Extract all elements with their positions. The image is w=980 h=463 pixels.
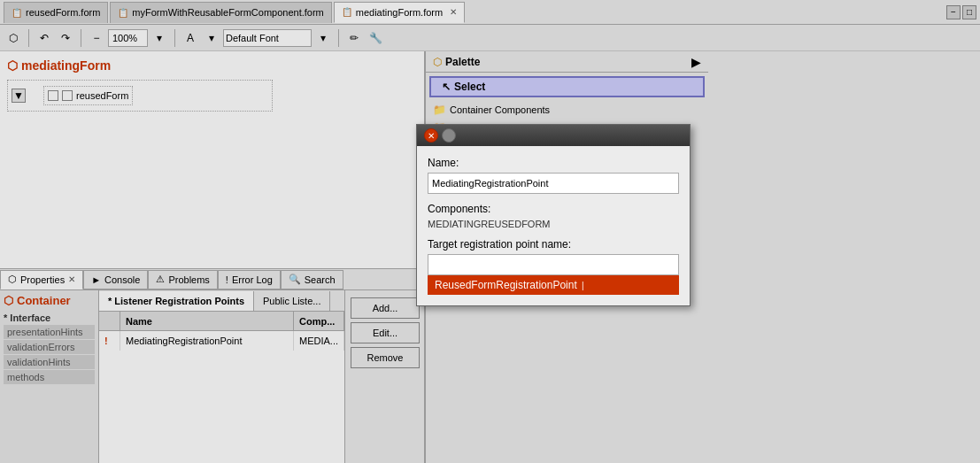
modal-close-button[interactable]: ✕ <box>424 128 438 143</box>
components-label: Components: <box>428 203 679 215</box>
dropdown-item[interactable]: ReusedFormRegistrationPoint | <box>428 275 679 295</box>
modal-body: Name: MediatingRegistrationPoint Compone… <box>417 146 690 305</box>
modal-titlebar: ✕ <box>417 125 690 146</box>
target-label: Target registration point name: <box>428 238 679 251</box>
target-input[interactable] <box>428 254 679 275</box>
components-value: MEDIATINGREUSEDFORM <box>428 219 679 229</box>
name-input[interactable]: MediatingRegistrationPoint <box>428 173 679 194</box>
modal-dialog: ✕ Name: MediatingRegistrationPoint Compo… <box>416 124 691 306</box>
cursor-indicator: | <box>582 281 584 290</box>
name-label: Name: <box>428 157 679 169</box>
modal-overlay: ✕ Name: MediatingRegistrationPoint Compo… <box>0 0 980 463</box>
dropdown-item-label: ReusedFormRegistrationPoint <box>435 279 577 291</box>
modal-min-button[interactable] <box>442 128 456 143</box>
